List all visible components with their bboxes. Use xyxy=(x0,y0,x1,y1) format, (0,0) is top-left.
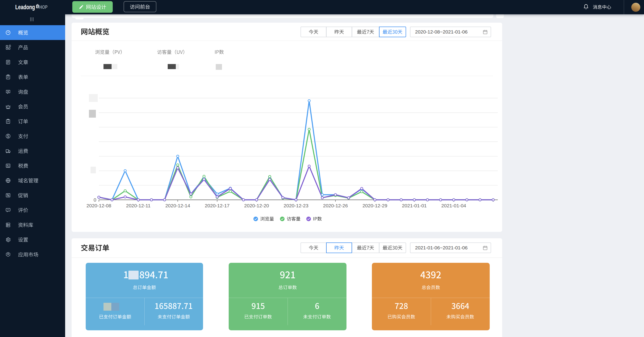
svg-text:2020-12-08: 2020-12-08 xyxy=(86,203,111,208)
svg-text:2020-12-29: 2020-12-29 xyxy=(362,203,387,208)
svg-text:2020-12-20: 2020-12-20 xyxy=(244,203,269,208)
svg-text:2020-12-11: 2020-12-11 xyxy=(126,203,150,208)
svg-text:0: 0 xyxy=(94,197,96,202)
svg-text:2020-12-23: 2020-12-23 xyxy=(284,203,308,208)
svg-text:2020-12-14: 2020-12-14 xyxy=(166,203,190,208)
svg-text:2020-12-17: 2020-12-17 xyxy=(205,203,229,208)
svg-text:2020-12-26: 2020-12-26 xyxy=(323,203,348,208)
svg-text:2021-01-01: 2021-01-01 xyxy=(402,203,427,208)
svg-text:2021-01-04: 2021-01-04 xyxy=(442,203,466,208)
